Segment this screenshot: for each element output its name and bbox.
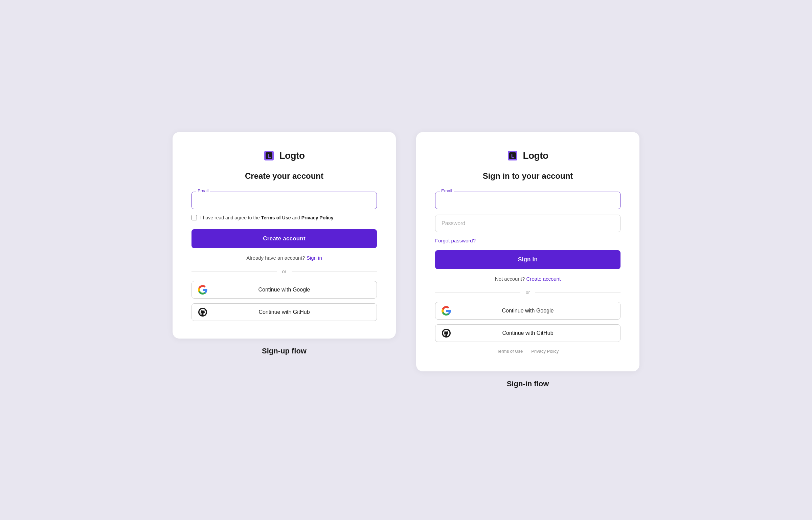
signin-google-label: Continue with Google xyxy=(442,308,614,314)
create-account-button[interactable]: Create account xyxy=(191,229,377,248)
signup-terms-row: I have read and agree to the Terms of Us… xyxy=(191,215,377,221)
signin-password-group xyxy=(435,215,621,236)
signup-logo-text: Logto xyxy=(279,150,304,161)
signin-privacy-link[interactable]: Privacy Policy xyxy=(531,349,559,354)
forgot-password-link[interactable]: Forgot password? xyxy=(435,238,621,243)
signin-google-button[interactable]: Continue with Google xyxy=(435,302,621,320)
signup-divider-line-right xyxy=(292,272,377,272)
signin-title: Sign in to your account xyxy=(435,171,621,181)
signin-email-input[interactable] xyxy=(435,192,621,209)
signin-divider-line-right xyxy=(535,292,621,292)
signin-divider: or xyxy=(435,290,621,295)
signin-terms-link[interactable]: Terms of Use xyxy=(497,349,523,354)
signup-divider-text: or xyxy=(282,269,286,274)
signin-logo-area: Logto xyxy=(435,150,621,162)
signin-card: Logto Sign in to your account Email Forg… xyxy=(416,132,639,371)
signup-github-button[interactable]: Continue with GitHub xyxy=(191,303,377,321)
signup-email-group: Email xyxy=(191,192,377,209)
signin-password-input[interactable] xyxy=(435,215,621,232)
footer-divider xyxy=(527,349,527,353)
signin-flow-label: Sign-in flow xyxy=(507,380,549,388)
google-icon xyxy=(198,285,207,295)
google-icon-signin xyxy=(442,306,451,316)
signin-create-row: Not account? Create account xyxy=(435,276,621,282)
signup-section: Logto Create your account Email I have r… xyxy=(169,132,399,356)
github-icon-signin xyxy=(442,328,451,338)
signup-title: Create your account xyxy=(191,171,377,181)
signin-section: Logto Sign in to your account Email Forg… xyxy=(413,132,643,388)
signin-email-group: Email xyxy=(435,192,621,209)
signin-github-button[interactable]: Continue with GitHub xyxy=(435,324,621,342)
signup-card: Logto Create your account Email I have r… xyxy=(173,132,396,339)
github-icon xyxy=(198,307,207,317)
signup-email-input[interactable] xyxy=(191,192,377,209)
signup-email-label: Email xyxy=(196,188,210,193)
signin-create-link[interactable]: Create account xyxy=(526,276,561,282)
signup-divider: or xyxy=(191,269,377,274)
signup-signin-link[interactable]: Sign in xyxy=(307,255,322,261)
signin-email-label: Email xyxy=(440,188,454,193)
signup-terms-link[interactable]: Terms of Use xyxy=(261,215,291,220)
page-container: Logto Create your account Email I have r… xyxy=(169,132,643,388)
signup-flow-label: Sign-up flow xyxy=(262,347,307,355)
signin-footer-links: Terms of Use Privacy Policy xyxy=(435,349,621,354)
signup-signin-row: Already have an account? Sign in xyxy=(191,255,377,261)
signin-divider-text: or xyxy=(526,290,530,295)
signup-logo-area: Logto xyxy=(191,150,377,162)
signin-github-label: Continue with GitHub xyxy=(442,330,614,336)
signin-button[interactable]: Sign in xyxy=(435,250,621,269)
signup-divider-line-left xyxy=(191,272,277,272)
signup-terms-checkbox[interactable] xyxy=(191,215,197,220)
logto-logo-icon-signin xyxy=(507,150,519,162)
logto-logo-icon xyxy=(264,150,276,162)
signup-google-label: Continue with Google xyxy=(198,287,370,293)
signup-github-label: Continue with GitHub xyxy=(198,309,370,315)
signup-terms-label: I have read and agree to the Terms of Us… xyxy=(200,215,335,221)
signup-privacy-link[interactable]: Privacy Policy xyxy=(301,215,334,220)
signin-divider-line-left xyxy=(435,292,520,292)
signin-logo-text: Logto xyxy=(523,150,548,161)
signup-google-button[interactable]: Continue with Google xyxy=(191,281,377,299)
